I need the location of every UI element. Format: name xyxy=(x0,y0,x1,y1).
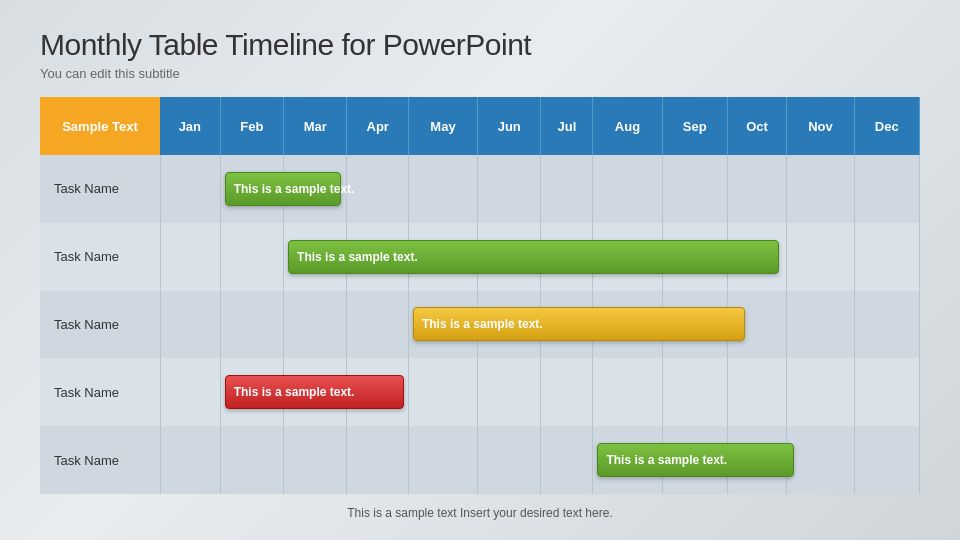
table-row: Task NameThis is a sample text. xyxy=(40,291,920,359)
cell-row0-col4 xyxy=(408,155,477,223)
cell-row1-col10 xyxy=(787,223,854,291)
cell-row1-col11 xyxy=(854,223,919,291)
table-row: Task NameThis is a sample text. xyxy=(40,426,920,494)
task-name-4: Task Name xyxy=(40,426,160,494)
gantt-table: Sample TextJanFebMarAprMayJunJulAugSepOc… xyxy=(40,97,920,494)
cell-row2-col0 xyxy=(160,291,220,359)
gantt-bar-2[interactable]: This is a sample text. xyxy=(413,307,746,341)
header-label-col: Sample Text xyxy=(40,97,160,155)
cell-row3-col5 xyxy=(478,358,541,426)
header-month-dec: Dec xyxy=(854,97,919,155)
cell-row4-col1 xyxy=(220,426,283,494)
task-name-3: Task Name xyxy=(40,358,160,426)
cell-row1-col1 xyxy=(220,223,283,291)
header-month-may: May xyxy=(408,97,477,155)
cell-row3-col10 xyxy=(787,358,854,426)
cell-row4-col0 xyxy=(160,426,220,494)
cell-row0-col10 xyxy=(787,155,854,223)
cell-row4-col4 xyxy=(408,426,477,494)
cell-row0-col3 xyxy=(347,155,408,223)
cell-row3-col7 xyxy=(593,358,662,426)
footer-text: This is a sample text Insert your desire… xyxy=(40,506,920,520)
cell-row0-col6 xyxy=(541,155,593,223)
cell-row3-col8 xyxy=(662,358,727,426)
cell-row0-col1: This is a sample text. xyxy=(220,155,283,223)
header-month-jan: Jan xyxy=(160,97,220,155)
header-month-nov: Nov xyxy=(787,97,854,155)
cell-row4-col11 xyxy=(854,426,919,494)
gantt-bar-1[interactable]: This is a sample text. xyxy=(288,240,779,274)
header-month-sep: Sep xyxy=(662,97,727,155)
gantt-bar-3[interactable]: This is a sample text. xyxy=(225,375,404,409)
cell-row4-col7: This is a sample text. xyxy=(593,426,662,494)
gantt-bar-0[interactable]: This is a sample text. xyxy=(225,172,342,206)
task-name-0: Task Name xyxy=(40,155,160,223)
cell-row1-col2: This is a sample text. xyxy=(284,223,347,291)
page-title: Monthly Table Timeline for PowerPoint xyxy=(40,28,920,62)
cell-row0-col8 xyxy=(662,155,727,223)
cell-row4-col2 xyxy=(284,426,347,494)
cell-row4-col6 xyxy=(541,426,593,494)
cell-row4-col10 xyxy=(787,426,854,494)
cell-row2-col11 xyxy=(854,291,919,359)
cell-row3-col4 xyxy=(408,358,477,426)
page-subtitle: You can edit this subtitle xyxy=(40,66,920,81)
table-row: Task NameThis is a sample text. xyxy=(40,155,920,223)
cell-row0-col11 xyxy=(854,155,919,223)
header-month-aug: Aug xyxy=(593,97,662,155)
cell-row3-col0 xyxy=(160,358,220,426)
cell-row0-col0 xyxy=(160,155,220,223)
cell-row3-col6 xyxy=(541,358,593,426)
header-month-feb: Feb xyxy=(220,97,283,155)
header-month-jul: Jul xyxy=(541,97,593,155)
cell-row0-col5 xyxy=(478,155,541,223)
cell-row3-col1: This is a sample text. xyxy=(220,358,283,426)
task-name-2: Task Name xyxy=(40,291,160,359)
gantt-bar-4[interactable]: This is a sample text. xyxy=(597,443,793,477)
header-month-oct: Oct xyxy=(727,97,787,155)
header-month-apr: Apr xyxy=(347,97,408,155)
cell-row1-col0 xyxy=(160,223,220,291)
cell-row2-col10 xyxy=(787,291,854,359)
task-name-1: Task Name xyxy=(40,223,160,291)
header-month-mar: Mar xyxy=(284,97,347,155)
cell-row2-col1 xyxy=(220,291,283,359)
table-row: Task NameThis is a sample text. xyxy=(40,358,920,426)
cell-row2-col2 xyxy=(284,291,347,359)
cell-row4-col5 xyxy=(478,426,541,494)
cell-row2-col3 xyxy=(347,291,408,359)
cell-row2-col4: This is a sample text. xyxy=(408,291,477,359)
cell-row0-col7 xyxy=(593,155,662,223)
table-row: Task NameThis is a sample text. xyxy=(40,223,920,291)
header-month-jun: Jun xyxy=(478,97,541,155)
cell-row3-col11 xyxy=(854,358,919,426)
cell-row0-col9 xyxy=(727,155,787,223)
cell-row3-col9 xyxy=(727,358,787,426)
cell-row4-col3 xyxy=(347,426,408,494)
